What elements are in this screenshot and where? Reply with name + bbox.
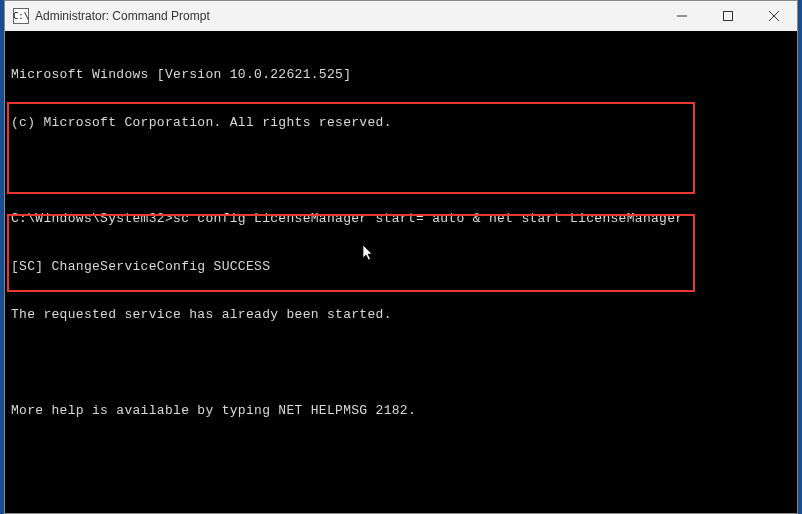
maximize-icon [723,11,733,21]
terminal-line: The requested service has already been s… [11,307,791,323]
minimize-icon [677,11,687,21]
terminal-line: [SC] ChangeServiceConfig SUCCESS [11,259,791,275]
app-icon: C:\ [13,8,29,24]
svg-rect-1 [724,12,733,21]
mouse-cursor-icon [310,228,326,248]
command-prompt-window: C:\ Administrator: Command Prompt Micros… [4,0,798,514]
terminal-line: More help is available by typing NET HEL… [11,403,791,419]
window-title: Administrator: Command Prompt [35,9,210,23]
terminal-blank [11,499,791,513]
terminal-area[interactable]: Microsoft Windows [Version 10.0.22621.52… [5,31,797,513]
maximize-button[interactable] [705,1,751,31]
terminal-line: C:\Windows\System32>sc config LicenseMan… [11,211,791,227]
window-controls [659,1,797,31]
app-icon-glyph: C:\ [13,11,29,21]
terminal-blank [11,355,791,371]
minimize-button[interactable] [659,1,705,31]
titlebar[interactable]: C:\ Administrator: Command Prompt [5,1,797,31]
close-icon [769,11,779,21]
terminal-line: (c) Microsoft Corporation. All rights re… [11,115,791,131]
terminal-line: Microsoft Windows [Version 10.0.22621.52… [11,67,791,83]
terminal-blank [11,163,791,179]
terminal-blank [11,451,791,467]
close-button[interactable] [751,1,797,31]
